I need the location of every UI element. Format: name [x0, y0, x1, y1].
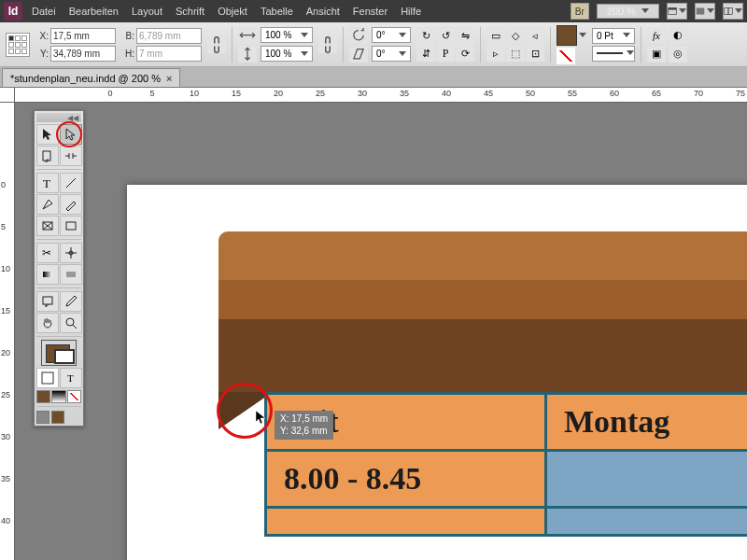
eyedropper-tool[interactable]	[60, 291, 82, 312]
stroke-weight-input[interactable]: 0 Pt	[592, 28, 635, 44]
menu-type[interactable]: Schrift	[176, 6, 204, 17]
gradient-swatch-tool[interactable]	[36, 264, 59, 285]
apply-color-icon[interactable]	[36, 390, 50, 403]
shear-input[interactable]: 0°	[372, 46, 411, 62]
workspace: 0510152025303540455055606570758085 05101…	[0, 88, 747, 560]
menu-layout[interactable]: Layout	[132, 6, 162, 17]
chevron-down-icon[interactable]	[579, 33, 586, 38]
app-logo: Id	[4, 2, 22, 21]
formatting-text-icon[interactable]: T	[60, 368, 82, 388]
wrap-around-icon[interactable]: ◎	[669, 46, 687, 63]
pen-tool[interactable]	[36, 194, 59, 215]
shear-icon	[349, 46, 368, 63]
menu-table[interactable]: Tabelle	[261, 6, 293, 17]
chevron-down-icon	[627, 50, 634, 56]
zoom-tool[interactable]	[60, 313, 82, 333]
th-montag: Montag	[546, 394, 748, 451]
close-icon[interactable]: ×	[166, 73, 172, 84]
menu-help[interactable]: Hilfe	[401, 6, 421, 17]
scale-y-icon	[238, 46, 257, 63]
ruler-origin[interactable]	[0, 88, 15, 103]
chevron-down-icon	[707, 8, 714, 14]
rotate-input[interactable]: 0°	[372, 27, 411, 43]
vertical-ruler[interactable]: 05101520253035404550	[0, 103, 15, 560]
type-tool[interactable]: T	[36, 173, 59, 193]
view-mode-row	[36, 411, 81, 424]
rotate-ccw-icon[interactable]: ↺	[436, 27, 455, 44]
page-tool[interactable]	[36, 146, 59, 166]
rotate-cw-icon[interactable]: ↻	[416, 27, 435, 44]
y-input[interactable]: 34,789 mm	[50, 46, 116, 62]
titlebar: Id Datei Bearbeiten Layout Schrift Objek…	[0, 0, 747, 22]
apply-gradient-icon[interactable]	[51, 390, 65, 403]
menu-file[interactable]: Datei	[32, 6, 56, 17]
fx-icon[interactable]: fx	[647, 27, 666, 44]
canvas[interactable]: Zeit Montag 8.00 - 8.45 X: 17,5 mm Y: 32…	[15, 103, 747, 560]
scale-x-icon	[238, 27, 257, 44]
child-icon[interactable]: ⊡	[526, 45, 544, 62]
scale-y-input[interactable]: 100 %	[261, 46, 313, 62]
menu-window[interactable]: Fenster	[353, 6, 388, 17]
svg-rect-16	[43, 297, 52, 304]
chevron-down-icon	[735, 8, 742, 14]
menu-edit[interactable]: Bearbeiten	[69, 6, 119, 17]
link-wh-icon[interactable]	[207, 36, 226, 53]
preview-view-icon[interactable]	[51, 411, 64, 424]
reference-point[interactable]	[6, 33, 30, 57]
wrap-none-icon[interactable]: ▣	[647, 46, 666, 63]
bridge-button[interactable]: Br	[571, 3, 589, 20]
view-mode-button[interactable]	[667, 3, 687, 20]
svg-rect-1	[669, 7, 677, 9]
rotate-icon	[349, 27, 368, 44]
next-icon[interactable]: ▹	[486, 45, 505, 62]
tools-panel[interactable]: ◀◀ T ✂ T	[34, 110, 84, 427]
pencil-tool[interactable]	[60, 194, 82, 215]
cursor-icon	[254, 409, 271, 426]
formatting-container-icon[interactable]	[36, 368, 59, 388]
opacity-icon[interactable]: ◐	[669, 27, 687, 44]
main-menu: Datei Bearbeiten Layout Schrift Objekt T…	[32, 6, 421, 17]
flip-h-icon[interactable]: ⇋	[456, 27, 474, 44]
note-tool[interactable]	[36, 291, 59, 312]
menu-object[interactable]: Objekt	[218, 6, 247, 17]
stroke-style-input[interactable]	[592, 46, 635, 62]
cursor-position-tooltip: X: 17,5 mm Y: 32,6 mm	[275, 411, 333, 440]
menu-view[interactable]: Ansicht	[306, 6, 340, 17]
gap-tool[interactable]	[60, 146, 82, 166]
no-fill-icon[interactable]	[557, 48, 575, 64]
height-input[interactable]: 7 mm	[136, 46, 202, 62]
scissors-tool[interactable]: ✂	[36, 243, 59, 263]
apply-none-icon[interactable]	[67, 390, 81, 403]
chevron-down-icon	[399, 51, 406, 57]
table-header-graphic	[218, 231, 747, 392]
flip-v-icon[interactable]: ⇵	[416, 45, 435, 62]
fill-stroke-swatch[interactable]	[41, 340, 77, 366]
document-tab[interactable]: *stundenplan_neu.indd @ 200 % ×	[2, 68, 180, 87]
arrange-button[interactable]	[723, 3, 743, 20]
x-input[interactable]: 17,5 mm	[50, 28, 116, 44]
line-tool[interactable]	[60, 173, 82, 193]
rotate-flip-group: ↻ ↺ ⇋ ⇵ P ⟳	[416, 27, 474, 62]
fill-swatch[interactable]	[557, 25, 577, 46]
cell-mon-2	[546, 508, 748, 536]
panel-grip[interactable]: ◀◀	[36, 113, 81, 122]
content-icon[interactable]: ◇	[506, 27, 525, 44]
loop-icon[interactable]: ⟳	[456, 45, 474, 62]
hand-tool[interactable]	[36, 313, 59, 333]
width-input[interactable]: 6,789 mm	[136, 28, 202, 44]
link-scale-icon[interactable]	[318, 36, 337, 53]
zoom-value: 200 %	[607, 6, 636, 17]
normal-view-icon[interactable]	[36, 411, 49, 424]
rectangle-frame-tool[interactable]	[36, 216, 59, 236]
rectangle-tool[interactable]	[60, 216, 82, 236]
gradient-feather-tool[interactable]	[60, 264, 82, 285]
screen-mode-button[interactable]	[695, 3, 715, 20]
zoom-level[interactable]: 200 %	[597, 4, 659, 19]
container-icon[interactable]: ▭	[486, 27, 505, 44]
parent-icon[interactable]: ⬚	[506, 45, 525, 62]
transform-tool[interactable]	[60, 243, 82, 263]
horizontal-ruler[interactable]: 0510152025303540455055606570758085	[15, 88, 747, 103]
scale-x-input[interactable]: 100 %	[261, 27, 313, 43]
prev-icon[interactable]: ◃	[526, 27, 544, 44]
p-icon[interactable]: P	[436, 45, 455, 62]
